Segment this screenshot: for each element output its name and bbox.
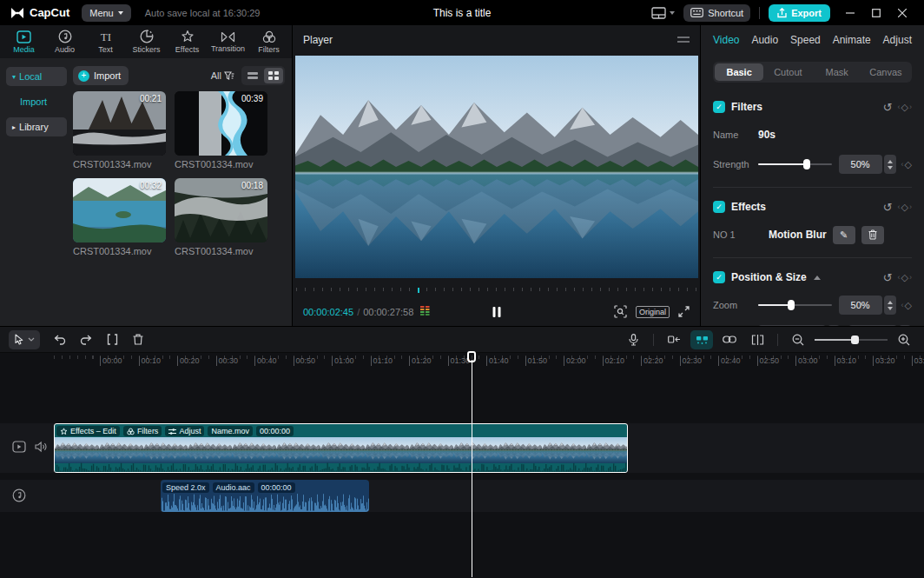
media-item[interactable]: 00:39 CRST001334.mov <box>175 91 267 169</box>
player-menu-button[interactable] <box>677 37 690 43</box>
record-voiceover-button[interactable] <box>622 330 644 349</box>
media-item[interactable]: 00:32 CRST001334.mov <box>73 178 166 256</box>
zoom-value[interactable]: 50% <box>839 296 882 315</box>
delete-button[interactable] <box>127 330 149 349</box>
resolution-button[interactable]: Original <box>636 306 670 318</box>
media-thumbnail[interactable]: 00:32 <box>73 178 166 242</box>
audio-track-icon[interactable] <box>12 488 26 502</box>
grid-view-button[interactable] <box>264 68 283 83</box>
media-item[interactable]: 00:21 CRST001334.mov <box>73 91 166 169</box>
subtab-mask[interactable]: Mask <box>813 63 861 81</box>
redo-button[interactable] <box>75 330 97 349</box>
collapse-icon[interactable] <box>814 276 821 280</box>
keyframe-control[interactable]: ‹◇› <box>898 102 912 113</box>
step-down-icon[interactable] <box>888 307 893 310</box>
tab-transition[interactable]: Transition <box>208 25 248 58</box>
keyframe-prev-icon[interactable]: ‹ <box>901 301 904 309</box>
media-thumbnail[interactable]: 00:18 <box>175 178 267 242</box>
keyframe-prev-icon[interactable]: ‹ <box>901 160 904 169</box>
reset-icon[interactable]: ↺ <box>883 101 893 114</box>
position-size-checkbox[interactable]: ✓ <box>713 271 725 283</box>
tab-filters[interactable]: Filters <box>248 25 289 58</box>
tab-video[interactable]: Video <box>713 34 739 46</box>
keyframe-next-icon[interactable]: › <box>909 203 912 211</box>
timeline-ruler[interactable]: 00:00 00:10 00:20 00:30 00:40 00:50 01:0… <box>0 353 924 369</box>
keyframe-diamond-icon[interactable]: ◇ <box>905 159 912 170</box>
slider-thumb[interactable] <box>851 336 859 344</box>
timeline-zoom-in-button[interactable] <box>893 330 915 349</box>
sidebar-item-library[interactable]: ▸ Library <box>6 117 67 136</box>
tab-effects[interactable]: Effects <box>167 25 208 58</box>
keyframe-control[interactable]: ‹◇› <box>898 202 912 213</box>
tab-adjust[interactable]: Adjust <box>883 34 912 46</box>
media-thumbnail[interactable]: 00:39 <box>175 91 267 156</box>
audio-clip[interactable]: Speed 2.0x Audio.aac 00:00:00 <box>161 480 369 512</box>
sidebar-item-import[interactable]: Import <box>6 92 67 111</box>
minimize-button[interactable] <box>839 4 861 22</box>
media-thumbnail[interactable]: 00:21 <box>73 91 166 156</box>
tab-media[interactable]: Media <box>3 25 44 58</box>
position-x-value[interactable]: 0000 <box>758 325 826 326</box>
keyframe-control[interactable]: ‹◇ <box>901 300 912 311</box>
timeline-zoom-slider[interactable] <box>815 335 888 345</box>
preview-stage[interactable] <box>293 54 700 286</box>
undo-button[interactable] <box>49 330 71 349</box>
keyframe-diamond-icon[interactable]: ◇ <box>901 202 908 213</box>
tab-animate[interactable]: Animate <box>833 34 871 46</box>
auto-ripple-button[interactable] <box>663 330 685 349</box>
sidebar-item-local[interactable]: ▾ Local <box>6 67 67 86</box>
video-track-icon[interactable] <box>12 441 26 453</box>
tab-stickers[interactable]: Stickers <box>126 25 167 58</box>
tab-audio[interactable]: Audio <box>44 25 85 58</box>
select-tool-button[interactable] <box>9 330 40 349</box>
keyframe-prev-icon[interactable]: ‹ <box>898 273 901 282</box>
preview-axis-button[interactable] <box>746 330 769 349</box>
position-x-stepper[interactable] <box>828 325 840 326</box>
fullscreen-button[interactable] <box>678 306 690 317</box>
close-button[interactable] <box>891 4 914 22</box>
pause-button[interactable] <box>492 307 500 317</box>
list-view-button[interactable] <box>243 68 262 83</box>
main-track-magnet-button[interactable] <box>690 330 713 349</box>
slider-thumb[interactable] <box>788 300 795 310</box>
keyframe-control[interactable]: ‹◇› <box>898 272 912 283</box>
reset-icon[interactable]: ↺ <box>883 201 893 214</box>
menu-button[interactable]: Menu <box>82 4 131 22</box>
mute-track-button[interactable] <box>35 441 48 453</box>
player-seek-bar[interactable] <box>296 288 696 297</box>
keyframe-diamond-icon[interactable]: ◇ <box>901 272 908 283</box>
effects-checkbox[interactable]: ✓ <box>713 201 725 213</box>
layout-switch-button[interactable] <box>651 7 675 19</box>
video-clip[interactable]: Effects – Edit Filters Adjust Name.mov 0… <box>54 423 628 473</box>
keyframe-next-icon[interactable]: › <box>909 273 912 282</box>
position-y-stepper[interactable] <box>899 325 911 326</box>
timeline-zoom-out-button[interactable] <box>787 330 809 349</box>
import-media-button[interactable]: + Import <box>73 66 129 85</box>
keyframe-control[interactable]: ‹◇ <box>901 159 912 170</box>
link-button[interactable] <box>718 330 741 349</box>
keyframe-diamond-icon[interactable]: ◇ <box>905 300 912 311</box>
maximize-button[interactable] <box>865 4 888 22</box>
tab-audio-props[interactable]: Audio <box>751 34 778 46</box>
keyframe-prev-icon[interactable]: ‹ <box>898 203 901 211</box>
tab-text[interactable]: TI Text <box>85 25 126 58</box>
step-up-icon[interactable] <box>888 301 893 304</box>
edit-effect-button[interactable]: ✎ <box>833 226 855 244</box>
slider-thumb[interactable] <box>803 159 810 169</box>
delete-effect-button[interactable] <box>861 226 884 244</box>
strength-stepper[interactable] <box>884 155 896 174</box>
step-up-icon[interactable] <box>888 160 893 163</box>
media-item[interactable]: 00:18 CRST001334.mov <box>175 178 267 256</box>
position-y-value[interactable]: 0 <box>848 325 897 326</box>
subtab-canvas[interactable]: Canvas <box>861 63 910 81</box>
keyframe-diamond-icon[interactable]: ◇ <box>901 102 908 113</box>
fit-zoom-button[interactable] <box>614 305 627 318</box>
shortcut-button[interactable]: Shortcut <box>683 4 750 22</box>
filters-checkbox[interactable]: ✓ <box>713 101 725 113</box>
keyframe-prev-icon[interactable]: ‹ <box>898 103 901 111</box>
step-down-icon[interactable] <box>888 166 893 169</box>
zoom-slider[interactable] <box>758 300 832 310</box>
tab-speed[interactable]: Speed <box>790 34 821 46</box>
split-button[interactable] <box>101 330 123 349</box>
export-button[interactable]: Export <box>769 4 830 22</box>
